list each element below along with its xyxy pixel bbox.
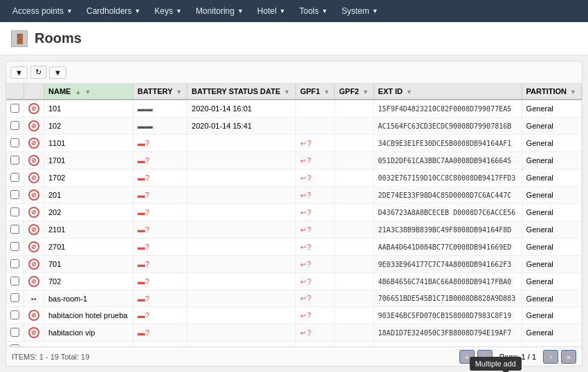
- row-gpf1: ↩ ?: [295, 135, 334, 152]
- tooltip-multiple-add: Multiple add: [470, 357, 522, 371]
- row-checkbox-cell: [6, 118, 24, 135]
- table-row[interactable]: ⊘habitacion vip▬?↩ ?18AD1D7E324050C3FB80…: [6, 324, 582, 342]
- row-checkbox[interactable]: [10, 207, 19, 216]
- row-checkbox[interactable]: [10, 190, 19, 199]
- gpf1-unknown-icon: ↩ ?: [300, 192, 330, 199]
- nav-monitoring[interactable]: Monitoring ▼: [189, 0, 250, 22]
- row-checkbox[interactable]: [10, 242, 19, 251]
- row-gpf1: ↩ ?: [295, 169, 334, 187]
- table-row[interactable]: ⊘1101▬?↩ ?34CB9E3E1FE30DCE5B0008DB94164A…: [6, 135, 582, 152]
- row-status-cell: ⊘: [24, 256, 44, 273]
- filter-icon: ▼: [176, 89, 182, 95]
- row-partition: General: [522, 239, 581, 256]
- row-name: habitacion hotel prueba: [44, 307, 134, 324]
- refresh-table-btn[interactable]: ↻: [30, 66, 46, 79]
- row-battery: ▬?: [133, 273, 187, 290]
- battery-low-icon: ▬?: [138, 191, 149, 199]
- col-partition[interactable]: PARTITION ▼: [522, 84, 581, 100]
- row-checkbox[interactable]: [10, 277, 19, 286]
- row-checkbox-cell: [6, 100, 24, 118]
- row-ext-id: 18AD1D7E324050C3FB8008D794E19AF7: [374, 324, 522, 342]
- table-row[interactable]: ⊘701▬?↩ ?9E033E964177C7C74A8008DB941662F…: [6, 256, 582, 273]
- table-row[interactable]: ⊘2701▬?↩ ?AABA4D641D084BC77C0008DB941669…: [6, 239, 582, 256]
- page-next-btn[interactable]: ›: [543, 350, 558, 364]
- table-row[interactable]: ⊘habitacion hotel prueba▬?↩ ?903E46BC5FD…: [6, 307, 582, 324]
- row-gpf1: [295, 118, 334, 135]
- table-row[interactable]: ▪▪Honeymoon suite▬?↩ ?E4101275321331C957…: [6, 342, 582, 347]
- row-name: 101: [44, 100, 134, 118]
- table-row[interactable]: ⊘702▬?↩ ?4B6B4656C741BAC66A8008DB9417FBA…: [6, 273, 582, 290]
- row-gpf2: [335, 324, 374, 342]
- row-checkbox[interactable]: [10, 173, 19, 182]
- row-partition: General: [522, 221, 581, 239]
- table-row[interactable]: ▪▪bas-room-1▬?↩ ?706651BDE545B1C71B0008D…: [6, 290, 582, 307]
- row-name: 1702: [44, 169, 134, 187]
- filter-icon: ▼: [84, 89, 91, 95]
- nav-system[interactable]: System ▼: [335, 0, 385, 22]
- row-battery-date: [187, 152, 296, 169]
- battery-low-icon: ▬?: [138, 311, 149, 319]
- block-icon: ⊘: [28, 276, 39, 287]
- filter-icon: ▼: [284, 89, 290, 95]
- table-row[interactable]: ⊘202▬?↩ ?D436723A8A8BCECEB D0008D7C6ACCE…: [6, 204, 582, 221]
- row-checkbox-cell: [6, 290, 24, 307]
- row-checkbox-cell: [6, 187, 24, 204]
- page-last-btn[interactable]: »: [561, 350, 576, 364]
- row-partition: General: [522, 273, 581, 290]
- page-title: Rooms: [35, 30, 82, 46]
- nav-hotel[interactable]: Hotel ▼: [250, 0, 293, 22]
- row-checkbox[interactable]: [10, 293, 19, 302]
- nav-tools[interactable]: Tools ▼: [293, 0, 335, 22]
- col-battery[interactable]: BATTERY ▼: [133, 84, 187, 100]
- items-range: 1 - 19: [39, 353, 59, 361]
- table-body: ⊘101▬▬2020-01-14 16:0115F9F4D4823210C82F…: [6, 100, 582, 346]
- table-row[interactable]: ⊘201▬?↩ ?2DE74EE33F98D4C85D0008D7C6AC447…: [6, 187, 582, 204]
- row-checkbox-cell: [6, 239, 24, 256]
- table-row[interactable]: ⊘1701▬?↩ ?051D2DF61CA3BBC7AA0008DB941666…: [6, 152, 582, 169]
- table-row[interactable]: ⊘101▬▬2020-01-14 16:0115F9F4D4823210C82F…: [6, 100, 582, 118]
- row-battery: ▬?: [133, 152, 187, 169]
- nav-access-points[interactable]: Access points ▼: [6, 0, 80, 22]
- block-icon: ⊘: [28, 327, 39, 338]
- row-gpf1: ↩ ?: [295, 152, 334, 169]
- nav-keys[interactable]: Keys ▼: [147, 0, 189, 22]
- row-ext-id: AABA4D641D084BC77C0008DB941669ED: [374, 239, 522, 256]
- row-checkbox[interactable]: [10, 138, 19, 147]
- row-battery-date: [187, 239, 296, 256]
- table-row[interactable]: ⊘102▬▬2020-01-14 15:41AC1564FC63CD3ECDC9…: [6, 118, 582, 135]
- row-gpf2: [335, 169, 374, 187]
- row-name: Honeymoon suite: [44, 342, 134, 347]
- row-checkbox[interactable]: [10, 121, 19, 130]
- row-checkbox-cell: [6, 135, 24, 152]
- row-checkbox[interactable]: [10, 328, 19, 337]
- col-battery-date[interactable]: BATTERY STATUS DATE ▼: [187, 84, 296, 100]
- row-battery-date: [187, 324, 296, 342]
- row-checkbox[interactable]: [10, 104, 19, 113]
- col-checkbox: [6, 84, 24, 100]
- expand-btn[interactable]: ▼: [10, 66, 28, 79]
- row-name: 102: [44, 118, 134, 135]
- row-checkbox[interactable]: [10, 225, 19, 234]
- col-gpf1[interactable]: GPF1 ▼: [295, 84, 334, 100]
- row-checkbox[interactable]: [10, 156, 19, 165]
- row-name: 2101: [44, 221, 134, 239]
- gpf1-unknown-icon: ↩ ?: [300, 209, 330, 216]
- row-gpf1: [295, 100, 334, 118]
- table-wrap[interactable]: NAME ▲ ▼ BATTERY ▼ BATTERY STATUS DATE ▼…: [6, 84, 582, 346]
- col-ext-id[interactable]: EXT ID ▼: [374, 84, 522, 100]
- row-battery: ▬?: [133, 187, 187, 204]
- row-ext-id: 706651BDE545B1C71B0008DB828A9D883: [374, 290, 522, 307]
- table-header-row: NAME ▲ ▼ BATTERY ▼ BATTERY STATUS DATE ▼…: [6, 84, 582, 100]
- gpf1-unknown-icon: ↩ ?: [300, 140, 330, 147]
- row-checkbox[interactable]: [10, 310, 19, 319]
- col-gpf2[interactable]: GPF2 ▼: [335, 84, 374, 100]
- row-name: 202: [44, 204, 134, 221]
- nav-cardholders[interactable]: Cardholders ▼: [80, 0, 147, 22]
- col-name[interactable]: NAME ▲ ▼: [44, 84, 134, 100]
- row-checkbox[interactable]: [10, 259, 19, 268]
- row-battery-date: [187, 307, 296, 324]
- table-row[interactable]: ⊘2101▬?↩ ?21A3C38B9B839BC49F8008DB94164F…: [6, 221, 582, 239]
- table-row[interactable]: ⊘1702▬?↩ ?0032E767159D10CC8C80008DB9417F…: [6, 169, 582, 187]
- rooms-icon: 🚪: [11, 30, 28, 47]
- filter-btn[interactable]: ▼: [49, 66, 66, 79]
